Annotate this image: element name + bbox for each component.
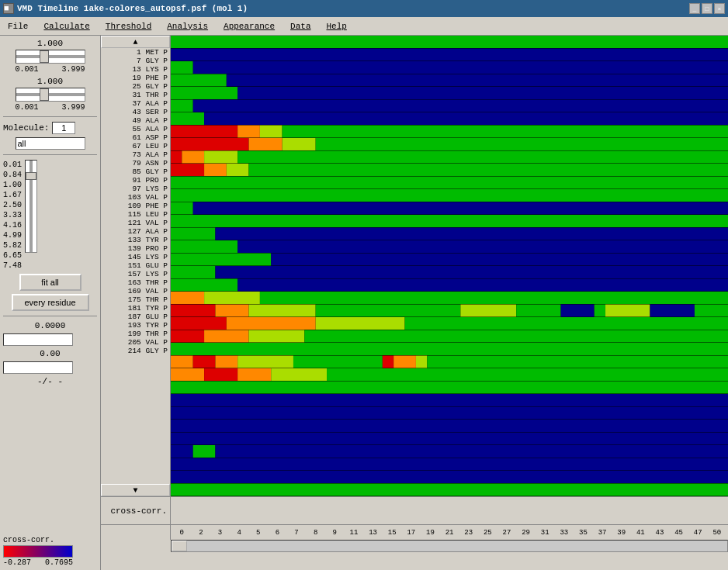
molecule-input[interactable] <box>52 122 75 134</box>
svg-rect-47 <box>215 305 248 317</box>
svg-rect-46 <box>171 305 215 317</box>
svg-rect-33 <box>171 228 215 240</box>
row-label: 55 ALA P <box>101 125 170 133</box>
svg-rect-7 <box>237 87 728 99</box>
svg-rect-29 <box>171 189 728 202</box>
row-label: 187 GLU P <box>101 313 170 321</box>
row-label: 67 LEU P <box>101 142 170 150</box>
row-label: 79 ASN P <box>101 159 170 168</box>
menu-item-threshold[interactable]: Threshold <box>101 20 156 33</box>
row-label: 85 GLY P <box>101 168 170 176</box>
svg-rect-13 <box>237 126 260 138</box>
h-scrollbar-row <box>101 540 728 552</box>
svg-rect-32 <box>171 215 728 227</box>
svg-rect-10 <box>171 112 204 125</box>
main-container: 1.000 0.001 3.999 1.000 0.001 3.999 <box>0 36 728 570</box>
menu-item-calculate[interactable]: Calculate <box>39 20 94 33</box>
close-button[interactable]: × <box>714 3 725 14</box>
molecule-label: Molecule: <box>3 123 49 133</box>
menu-item-data[interactable]: Data <box>286 20 315 33</box>
svg-rect-84 <box>171 433 728 445</box>
x-axis-row: 0234567891113151719212325272931333537394… <box>101 524 728 540</box>
x-axis-label: 17 <box>402 529 421 537</box>
scroll-up-button[interactable]: ▲ <box>101 36 170 48</box>
scale-labels: 0.01 0.84 1.00 1.67 2.50 3.33 4.16 4.99 … <box>3 160 22 271</box>
row-label: 97 LYS P <box>101 185 170 193</box>
menu-item-analysis[interactable]: Analysis <box>162 20 213 33</box>
svg-rect-9 <box>193 100 728 112</box>
fit-all-button[interactable]: fit all <box>19 274 81 291</box>
scale-value-2: 1.000 <box>37 77 63 86</box>
row-label: 205 VAL P <box>101 338 170 347</box>
heatmap-container: ▲ 1 MET P7 GLY P13 LYS P19 PHE P25 GLY P… <box>101 36 728 496</box>
color-min: -0.287 <box>3 558 31 567</box>
svg-rect-68 <box>215 356 237 368</box>
scale-control-1: 1.000 0.001 3.999 <box>3 39 97 74</box>
divider-3 <box>3 316 97 316</box>
x-axis-label: 33 <box>555 529 574 537</box>
svg-rect-0 <box>171 36 728 48</box>
menu-item-appearance[interactable]: Appearance <box>219 20 279 33</box>
x-axis-label: 45 <box>669 529 688 537</box>
cross-corr-row: cross-corr. <box>101 497 728 524</box>
maximize-button[interactable]: □ <box>702 3 712 14</box>
svg-rect-88 <box>171 458 728 471</box>
svg-rect-43 <box>171 292 204 304</box>
x-axis-labels: 0234567891113151719212325272931333537394… <box>171 525 728 540</box>
h-scroll-thumb[interactable] <box>172 541 187 551</box>
x-axis-label: 41 <box>631 529 650 537</box>
svg-rect-77 <box>237 368 271 381</box>
svg-rect-25 <box>204 164 227 176</box>
menu-bar: FileCalculateThresholdAnalysisAppearance… <box>0 17 728 36</box>
x-axis-label: 39 <box>612 529 631 537</box>
row-label: 214 GLY P <box>101 347 170 355</box>
minus-label: -/- - <box>3 377 97 386</box>
selection-input[interactable] <box>16 137 85 150</box>
svg-rect-24 <box>171 164 204 176</box>
row-label: 127 ALA P <box>101 227 170 236</box>
every-residue-button[interactable]: every residue <box>12 294 89 311</box>
svg-rect-23 <box>237 151 728 164</box>
title-bar-controls: _ □ × <box>689 3 725 14</box>
svg-rect-20 <box>171 151 182 164</box>
svg-rect-4 <box>171 74 227 87</box>
h-scrollbar[interactable] <box>171 540 728 552</box>
bottom-section: cross-corr. 0234567891113151719212325272… <box>101 496 728 570</box>
svg-rect-80 <box>171 382 728 394</box>
svg-rect-74 <box>427 356 728 368</box>
bottom-slider-2[interactable] <box>3 361 73 374</box>
svg-rect-58 <box>227 317 316 330</box>
svg-rect-2 <box>171 61 193 74</box>
vertical-slider[interactable] <box>25 160 37 253</box>
scale-slider-2[interactable] <box>16 88 85 102</box>
x-axis-label: 19 <box>421 529 440 537</box>
svg-rect-49 <box>316 305 461 317</box>
row-label: 73 ALA P <box>101 150 170 159</box>
svg-rect-39 <box>171 266 215 278</box>
scroll-down-button[interactable]: ▼ <box>101 484 170 496</box>
svg-rect-69 <box>237 356 293 368</box>
row-label: 139 PRO P <box>101 244 170 253</box>
x-axis-label: 31 <box>536 529 555 537</box>
x-axis-label: 11 <box>345 529 364 537</box>
timeline-area: ▲ 1 MET P7 GLY P13 LYS P19 PHE P25 GLY P… <box>101 36 728 496</box>
scale-slider-1[interactable] <box>16 50 85 64</box>
svg-rect-55 <box>650 305 694 317</box>
x-axis-label: 27 <box>497 529 517 537</box>
menu-item-file[interactable]: File <box>3 20 33 33</box>
svg-rect-48 <box>249 305 316 317</box>
range-labels-1: 0.001 3.999 <box>16 65 85 74</box>
window-title: VMD Timeline 1ake-colores_autopsf.psf (m… <box>17 4 248 13</box>
row-label: 49 ALA P <box>101 116 170 125</box>
svg-rect-28 <box>171 177 728 189</box>
svg-rect-50 <box>460 305 516 317</box>
svg-rect-30 <box>171 202 193 215</box>
svg-rect-71 <box>383 356 393 368</box>
minimize-button[interactable]: _ <box>689 3 700 14</box>
svg-rect-31 <box>193 202 728 215</box>
svg-rect-8 <box>171 100 193 112</box>
svg-rect-65 <box>171 343 728 355</box>
menu-item-help[interactable]: Help <box>321 20 351 33</box>
bottom-slider-1[interactable] <box>3 333 73 346</box>
svg-rect-11 <box>204 112 728 125</box>
